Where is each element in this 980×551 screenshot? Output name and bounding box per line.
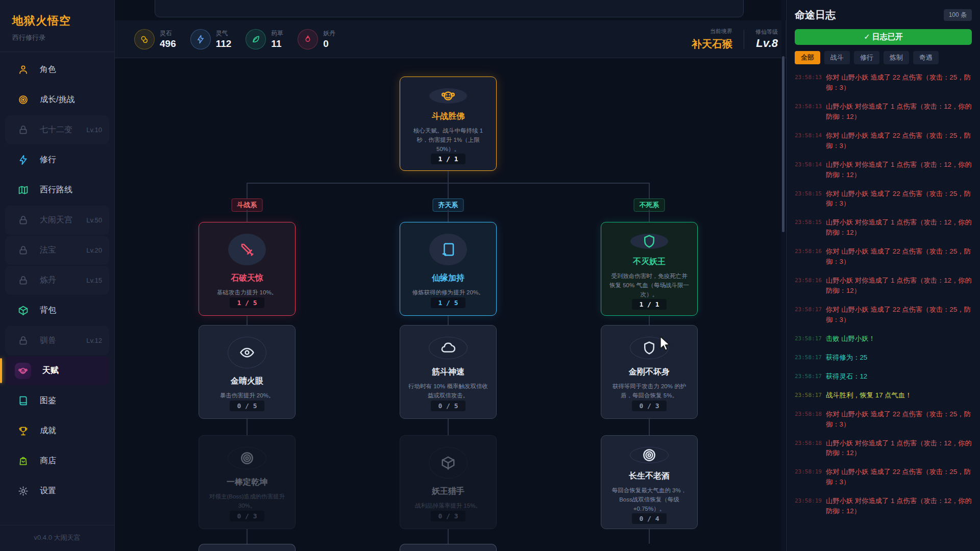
lock-icon	[17, 124, 29, 136]
resource-value: 0	[323, 38, 335, 49]
talent-node-victorious-buddha[interactable]: 斗战胜佛核心天赋。战斗中每持续 1 秒，伤害提升 1%（上限 50%）。1 / …	[400, 77, 497, 171]
topbar-status: 当前境界 补天石猴 修仙等级 Lv.8	[692, 28, 786, 51]
resource-label: 灵石	[160, 29, 176, 38]
scrolled-panel-edge	[155, 0, 744, 17]
talent-node-diamond-body[interactable]: 金刚不坏身获得等同于攻击力 20% 的护盾，每回合恢复 5%。0 / 3	[601, 325, 698, 419]
main-scrollbar[interactable]	[781, 0, 785, 551]
sidebar-item-talent[interactable]: 天赋	[5, 356, 109, 385]
resource-label: 药草	[271, 29, 283, 38]
log-entry: 23:58:17获得灵石：12	[795, 371, 972, 382]
shield-icon	[630, 234, 668, 249]
talent-name: 长生不老酒	[629, 471, 670, 482]
cube-icon	[17, 305, 29, 316]
connector-line	[247, 419, 248, 435]
talent-desc: 每回合恢复最大气血的 3%，Boss战双倍恢复（每级 +0.75%）。	[601, 486, 697, 513]
sidebar-item-level: Lv.12	[86, 337, 102, 344]
app-title: 地狱火悟空	[12, 13, 102, 29]
log-tab-全部[interactable]: 全部	[795, 51, 820, 64]
log-title: 命途日志	[795, 8, 836, 22]
talent-name: 金刚不坏身	[629, 367, 670, 378]
resource-text: 妖丹0	[323, 29, 335, 49]
log-entry-time: 23:58:13	[795, 72, 822, 93]
log-entry-text: 击败 山野小妖！	[826, 334, 972, 344]
flame-icon	[298, 29, 318, 49]
sidebar-item-cultivation[interactable]: 修行	[5, 145, 109, 174]
resource-value: 11	[271, 38, 283, 49]
talent-rank-count: 0 / 4	[632, 513, 666, 524]
sidebar-item-shop[interactable]: 商店	[5, 446, 109, 475]
log-entry: 23:58:17击败 山野小妖！	[795, 334, 972, 344]
log-entry-time: 23:58:16	[795, 246, 822, 267]
log-tab-战斗[interactable]: 战斗	[824, 51, 850, 64]
sidebar-item-label: 七十二变	[40, 124, 72, 135]
talent-desc: 获得等同于攻击力 20% 的护盾，每回合恢复 5%。	[601, 382, 697, 400]
log-entry-text: 获得修为：25	[826, 353, 972, 363]
sidebar-item-label: 商店	[40, 456, 56, 466]
talent-tree: 斗战胜佛核心天赋。战斗中每持续 1 秒，伤害提升 1%（上限 50%）。1 / …	[115, 58, 786, 551]
sidebar-item-growth-challenge[interactable]: 成长/挑战	[5, 85, 109, 114]
connector-line	[448, 171, 449, 183]
level-label: 修仙等级	[755, 28, 778, 36]
log-entry: 23:58:16山野小妖 对你造成了 1 点伤害（攻击：12，你的防御：12）	[795, 276, 972, 296]
log-entry: 23:58:19山野小妖 对你造成了 1 点伤害（攻击：12，你的防御：12）	[795, 496, 972, 516]
talent-node-undying-king[interactable]: 不灭妖王受到致命伤害时，免疫死亡并恢复 50% 气血（每场战斗限一次）。1 / …	[601, 222, 698, 316]
level-value: Lv.8	[755, 37, 778, 50]
user-icon	[17, 64, 29, 76]
sidebar-item-beast-taming[interactable]: 驯兽Lv.12	[5, 326, 109, 355]
log-entry-text: 山野小妖 对你造成了 1 点伤害（攻击：12，你的防御：12）	[826, 276, 972, 296]
realm-block: 当前境界 补天石猴	[692, 28, 732, 51]
sidebar-item-backpack[interactable]: 背包	[5, 296, 109, 325]
talent-node-somersault-speed[interactable]: 筋斗神速行动时有 10% 概率触发双倍收益或双倍攻击。0 / 5	[400, 325, 497, 419]
book-icon	[17, 395, 29, 407]
log-tab-奇遇[interactable]: 奇遇	[913, 51, 939, 64]
talent-desc: 基础攻击力提升 10%。	[209, 288, 285, 297]
connector-line	[448, 183, 449, 198]
sidebar-item-west-route[interactable]: 西行路线	[5, 176, 109, 205]
connector-line	[247, 529, 248, 544]
sidebar-item-alchemy[interactable]: 炼丹Lv.15	[5, 266, 109, 295]
talent-rank-count: 0 / 3	[431, 511, 465, 521]
talent-node-immortal-blessing[interactable]: 仙缘加持修炼获得的修为提升 20%。1 / 5	[400, 222, 497, 316]
talent-node-fiery-eyes[interactable]: 金睛火眼暴击伤害提升 20%。0 / 5	[199, 325, 296, 419]
sidebar-item-treasure[interactable]: 法宝Lv.20	[5, 236, 109, 265]
talent-name: 斗战胜佛	[432, 111, 464, 122]
talent-desc: 暴击伤害提升 20%。	[212, 391, 283, 400]
sidebar-item-label: 背包	[40, 305, 56, 316]
cloud-icon	[429, 337, 468, 359]
log-entry-time: 23:58:17	[795, 305, 822, 325]
talent-name: 金睛火眼	[231, 376, 263, 387]
log-entry-text: 你对 山野小妖 造成了 22 点伤害（攻击：25，防御：3）	[826, 72, 972, 93]
sidebar-item-level: Lv.20	[86, 246, 102, 254]
monkey-icon	[429, 88, 467, 104]
connector-line	[247, 316, 248, 325]
connector-line	[649, 419, 650, 435]
bullseye-icon	[630, 447, 669, 463]
talent-node-longevity-wine[interactable]: 长生不老酒每回合恢复最大气血的 3%，Boss战双倍恢复（每级 +0.75%）。…	[601, 435, 698, 529]
talent-node-stone-shatter[interactable]: 石破天惊基础攻击力提升 10%。1 / 5	[199, 222, 296, 316]
resource-list: 灵石496灵气112药草11妖丹0	[134, 29, 335, 49]
sidebar-item-achievements[interactable]: 成就	[5, 416, 109, 445]
log-entry: 23:58:14山野小妖 对你造成了 1 点伤害（攻击：12，你的防御：12）	[795, 160, 972, 180]
sidebar-item-transformations[interactable]: 七十二变Lv.10	[5, 115, 109, 144]
sidebar-item-codex[interactable]: 图鉴	[5, 386, 109, 415]
log-toggle-button[interactable]: ✓ 日志已开	[795, 29, 972, 45]
talent-rank-count: 0 / 3	[632, 400, 666, 411]
sidebar-item-havoc-heaven[interactable]: 大闹天宫Lv.50	[5, 206, 109, 235]
app-version: v0.4.0 大闹天宫	[0, 525, 114, 551]
log-count-badge: 100 条	[944, 9, 972, 21]
sidebar-item-label: 成就	[40, 425, 56, 436]
log-tab-炼制[interactable]: 炼制	[884, 51, 909, 64]
resource-value: 496	[160, 38, 176, 49]
connector-line	[448, 210, 449, 222]
sidebar-item-character[interactable]: 角色	[5, 55, 109, 84]
app-logo: 地狱火悟空 西行修行录	[0, 0, 114, 52]
resource-herb: 药草11	[246, 29, 283, 49]
log-entry-time: 23:58:16	[795, 276, 822, 296]
talent-node-demon-hunter[interactable]: 妖王猎手战利品掉落率提升 15%。0 / 3	[400, 435, 497, 529]
sidebar-item-settings[interactable]: 设置	[5, 477, 109, 506]
log-tab-修行[interactable]: 修行	[854, 51, 879, 64]
leaf-icon	[246, 29, 266, 49]
talent-node-one-staff[interactable]: 一棒定乾坤对领主(Boss)造成的伤害提升 30%。0 / 3	[199, 435, 296, 529]
connector-line	[448, 419, 449, 435]
scrollbar-thumb[interactable]	[782, 56, 785, 232]
